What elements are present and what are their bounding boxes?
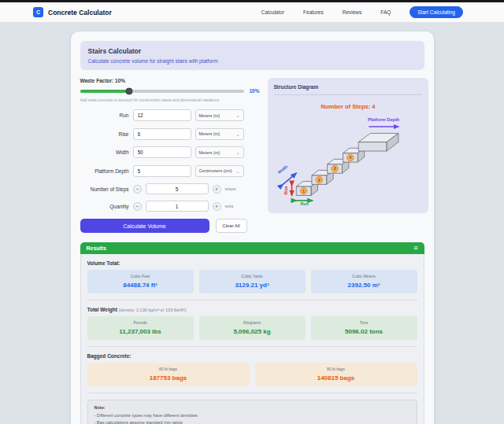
divider: [87, 300, 417, 300]
width-arrow: [283, 173, 296, 184]
waste-factor-help-text: Add extra concrete to account for constr…: [80, 98, 260, 102]
kilograms-label: Kilograms: [199, 320, 306, 325]
stairs-calculator-subtitle: Calculate concrete volume for straight s…: [88, 58, 417, 64]
note-line: - Different concrete types may have diff…: [94, 412, 410, 420]
platform-depth-unit-select[interactable]: Centimeters (cm) ⌄: [195, 165, 244, 177]
step-number: 2: [318, 179, 321, 183]
rise-diagram-label: Rise: [283, 186, 287, 194]
run-unit-select[interactable]: Meters (m) ⌄: [195, 109, 244, 121]
waste-factor-label: Waste Factor: 10%: [80, 78, 260, 83]
rise-unit-value: Meters (m): [199, 131, 220, 136]
divider: [87, 346, 417, 347]
pounds-label: Pounds: [87, 320, 194, 325]
structure-diagram-panel: Structure Diagram Number of Steps: 4: [268, 78, 428, 213]
calculate-volume-button[interactable]: Calculate Volume: [80, 219, 209, 233]
platform-depth-unit-value: Centimeters (cm): [199, 168, 232, 173]
total-weight-text: Total Weight: [87, 307, 117, 312]
stairs-diagram: Number of Steps: 4 1: [274, 97, 422, 205]
step-number: 4: [349, 156, 351, 160]
weight-card-kilograms: Kilograms 5,096,025 kg: [199, 316, 306, 340]
quantity-input[interactable]: [146, 201, 209, 212]
divider: [87, 393, 417, 393]
results-section: Results ≡ Volume Total: Cubic Feet 84488…: [80, 242, 424, 424]
brand[interactable]: C Concrete Calculator: [33, 7, 112, 17]
cubic-meters-value: 2392.50 m³: [311, 282, 417, 289]
bag-card-80lb: 80 lb bags 140815 bags: [255, 363, 417, 386]
nav-item-reviews[interactable]: Reviews: [343, 9, 362, 15]
nav-item-faq[interactable]: FAQ: [380, 9, 391, 15]
run-diagram-label: Run: [300, 201, 308, 205]
chevron-down-icon: ⌄: [235, 131, 239, 137]
divider: [274, 94, 422, 95]
start-calculating-button[interactable]: Start Calculating: [410, 6, 463, 18]
volume-total-label: Volume Total:: [87, 260, 417, 266]
diagram-steps-count-label: Number of Steps: 4: [321, 103, 376, 110]
slider-fill: [80, 90, 130, 93]
stepper-row-number-of-steps: Number of Steps − + steps: [80, 183, 260, 194]
steps-increment-button[interactable]: +: [213, 185, 221, 194]
waste-factor-value: 10%: [249, 88, 259, 94]
width-input[interactable]: [133, 146, 191, 158]
width-unit-select[interactable]: Meters (m) ⌄: [195, 146, 244, 158]
results-title: Results: [87, 245, 106, 251]
width-label: Width: [80, 149, 129, 155]
run-unit-value: Meters (m): [199, 113, 220, 118]
nav-item-calculator[interactable]: Calculator: [261, 9, 284, 15]
calculator-card: Stairs Calculator Calculate concrete vol…: [71, 31, 434, 424]
results-body: Volume Total: Cubic Feet 84488.74 ft³ Cu…: [80, 254, 424, 424]
bagged-concrete-label: Bagged Concrete:: [87, 353, 417, 359]
chevron-down-icon: ⌄: [235, 112, 239, 118]
width-diagram-label: Width: [276, 164, 288, 175]
cubic-yards-value: 3129.21 yd³: [199, 282, 306, 289]
field-row-run: Run Meters (m) ⌄: [80, 109, 260, 121]
slider-handle[interactable]: [126, 87, 133, 94]
structure-diagram-title: Structure Diagram: [274, 84, 422, 90]
cubic-yards-label: Cubic Yards: [199, 274, 306, 278]
total-weight-label: Total Weight (density: 2,130 kg/m³ or 13…: [87, 307, 417, 312]
waste-factor-slider[interactable]: [80, 90, 245, 93]
rise-unit-select[interactable]: Meters (m) ⌄: [195, 128, 244, 140]
quantity-suffix: sets: [225, 204, 234, 208]
page-background: Stairs Calculator Calculate concrete vol…: [0, 31, 504, 424]
platform-depth-diagram-label: Platform Depth: [367, 117, 399, 122]
field-row-width: Width Meters (m) ⌄: [80, 146, 260, 158]
cubic-feet-label: Cubic Feet: [87, 274, 194, 278]
platform-box: [358, 133, 398, 151]
tons-value: 5096.02 tons: [311, 328, 417, 335]
step-number: 3: [333, 167, 335, 171]
pounds-value: 11,237,003 lbs: [87, 328, 194, 335]
80lb-bags-value: 140815 bags: [255, 374, 417, 382]
run-input[interactable]: [133, 109, 191, 121]
width-unit-value: Meters (m): [199, 150, 220, 155]
tons-label: Tons: [311, 320, 417, 325]
cubic-feet-value: 84488.74 ft³: [87, 282, 194, 289]
menu-icon[interactable]: ≡: [413, 245, 417, 252]
stairs-calculator-banner: Stairs Calculator Calculate concrete vol…: [80, 41, 424, 70]
volume-card-cubic-meters: Cubic Meters 2392.50 m³: [311, 270, 417, 293]
weight-card-pounds: Pounds 11,237,003 lbs: [87, 316, 194, 340]
results-header: Results ≡: [80, 242, 424, 254]
quantity-decrement-button[interactable]: −: [133, 202, 142, 211]
chevron-down-icon: ⌄: [235, 168, 239, 174]
clear-all-button[interactable]: Clear All: [216, 219, 247, 233]
platform-depth-input[interactable]: [133, 165, 191, 177]
stairs-calculator-title: Stairs Calculator: [88, 47, 417, 55]
app-title: Concrete Calculator: [48, 9, 112, 17]
steps-decrement-button[interactable]: −: [133, 185, 142, 194]
app-logo-icon: C: [33, 7, 43, 17]
main-nav: Calculator Features Reviews FAQ Start Ca…: [261, 6, 463, 18]
volume-card-cubic-feet: Cubic Feet 84488.74 ft³: [87, 270, 194, 293]
number-of-steps-input[interactable]: [146, 183, 209, 194]
cubic-meters-label: Cubic Meters: [311, 274, 417, 278]
field-row-platform-depth: Platform Depth Centimeters (cm) ⌄: [80, 165, 260, 177]
stepper-row-quantity: Quantity − + sets: [80, 201, 260, 212]
weight-card-tons: Tons 5096.02 tons: [311, 316, 417, 340]
kilograms-value: 5,096,025 kg: [199, 328, 306, 335]
60lb-bags-label: 60 lb bags: [87, 367, 250, 371]
60lb-bags-value: 187753 bags: [87, 374, 250, 382]
nav-item-features[interactable]: Features: [303, 9, 324, 15]
quantity-label: Quantity: [80, 204, 129, 209]
quantity-increment-button[interactable]: +: [213, 202, 221, 211]
rise-input[interactable]: [133, 128, 191, 140]
bag-card-60lb: 60 lb bags 187753 bags: [87, 363, 250, 386]
